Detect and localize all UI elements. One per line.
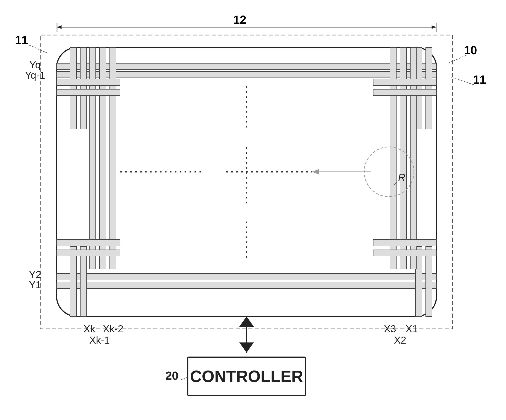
yq-vconn-r2: [426, 47, 432, 129]
ctrl-arrow-down: [239, 342, 254, 353]
ref10-line: [448, 55, 466, 63]
dim-arrow-right: [432, 25, 436, 29]
label-12: 12: [233, 13, 246, 26]
x-hconn-l2: [57, 89, 120, 96]
arrow-head: [312, 169, 319, 175]
x-hconn-br1: [373, 240, 437, 246]
controller-label: CONTROLLER: [190, 367, 303, 385]
label-xk1: Xk-1: [89, 335, 110, 346]
label-x2: X2: [394, 335, 406, 346]
label-11-right: 11: [473, 73, 486, 86]
ctrl-arrow-up: [239, 316, 254, 327]
label-y2: Y2: [29, 269, 41, 280]
y2-bar: [57, 282, 437, 289]
label-20: 20: [165, 369, 179, 382]
x-hconn-bl1: [57, 240, 120, 246]
x-hconn-l1: [57, 79, 120, 85]
y1-vconn-r2: [426, 246, 432, 316]
ref11-left-line: [29, 45, 47, 53]
y1-vconn-l1: [70, 246, 76, 316]
x-hconn-bl2: [57, 250, 120, 256]
label-11-left: 11: [15, 33, 28, 46]
x-hconn-br2: [373, 250, 437, 256]
label-xk: Xk: [83, 323, 95, 334]
yq-vconn-l1: [70, 47, 76, 129]
x-hconn-r2: [373, 89, 437, 96]
yq-vconn-l2: [80, 47, 87, 129]
label-xk2: Xk-2: [103, 323, 123, 334]
label-r: R: [398, 172, 405, 183]
label-yq: Yq: [29, 59, 41, 70]
x-hconn-r1: [373, 79, 437, 85]
label-10: 10: [464, 44, 477, 57]
y1-bar: [57, 274, 437, 280]
label-yq1: Yq-1: [25, 70, 45, 81]
label-x1: X1: [406, 323, 418, 334]
ref11-right-line: [450, 77, 474, 85]
dim-arrow-left: [57, 25, 61, 29]
y1-vconn-l2: [80, 246, 87, 316]
label-x3: X3: [384, 323, 396, 334]
label-y1: Y1: [29, 279, 41, 290]
diagram-container: 12 10 11 11: [0, 0, 506, 420]
